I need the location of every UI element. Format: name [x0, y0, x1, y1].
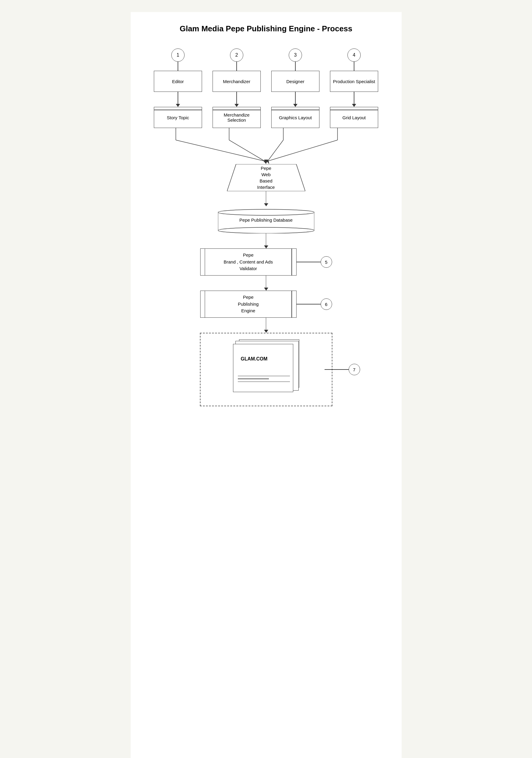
glam-section: GLAM.COM 7 [149, 333, 383, 406]
engine-right-line [291, 291, 292, 317]
engine-to-output-connector [264, 318, 268, 333]
actor-1-line-top [178, 62, 178, 71]
actor-4-arrow [352, 104, 356, 107]
actor-production: 4 Production Specialist Grid Layout [327, 49, 381, 128]
actor-2-output: Merchandize Selection [213, 107, 261, 128]
db-to-validator-vline [266, 233, 266, 245]
database-section: Pepe Publishing Database [149, 206, 383, 249]
actor-1-circle: 1 [171, 49, 184, 62]
interface-label: Pepe Web Based Interface [257, 165, 275, 190]
actor-2-output-topline [213, 110, 260, 110]
validator-section: PepeBrand , Content and AdsValidator 5 [149, 249, 383, 291]
page: Glam Media Pepe Publishing Engine - Proc… [131, 12, 402, 758]
database-label: Pepe Publishing Database [239, 218, 293, 223]
glam-line-3 [238, 382, 290, 382]
actor-3-box: Designer [271, 71, 319, 92]
actor-3-connector [293, 92, 297, 107]
actor-designer: 3 Designer Graphics Layout [268, 49, 322, 128]
actor-4-line-top [354, 62, 354, 71]
actor-3-output-topline [272, 110, 319, 110]
glam-line-2 [238, 379, 269, 379]
interface-to-db-arrow [264, 203, 268, 206]
engine-to-output-arrow [264, 330, 268, 333]
actor-3-arrow [293, 104, 297, 107]
validator-to-engine-vline [266, 276, 266, 288]
glam-line-1 [238, 376, 290, 376]
actor-4-box: Production Specialist [330, 71, 378, 92]
actor-editor: 1 Editor Story Topic [151, 49, 205, 128]
engine-number: 6 [321, 298, 332, 310]
actors-row: 1 Editor Story Topic 2 Mer [149, 49, 383, 128]
glam-stack: GLAM.COM [230, 339, 302, 399]
svg-point-15 [218, 227, 314, 233]
svg-line-5 [268, 140, 283, 161]
actor-1-box: Editor [154, 71, 202, 92]
actor-4-output: Grid Layout [330, 107, 378, 128]
database-cylinder: Pepe Publishing Database [218, 206, 314, 233]
validator-to-engine-arrow [264, 288, 268, 291]
actor-2-circle: 2 [230, 49, 243, 62]
actor-4-output-topline [330, 110, 378, 110]
validator-right-line [291, 249, 292, 275]
engine-row: PepePublishingEngine 6 [200, 291, 332, 318]
actor-4-circle: 4 [348, 49, 361, 62]
svg-point-16 [218, 209, 314, 215]
actor-3-output: Graphics Layout [271, 107, 319, 128]
actor-1-connector [176, 92, 180, 107]
engine-section: PepePublishingEngine 6 [149, 291, 383, 333]
actor-merchandizer: 2 Merchandizer Merchandize Selection [210, 49, 264, 128]
interface-to-db-vline [266, 191, 266, 203]
actor-3-circle: 3 [289, 49, 302, 62]
actor-2-line-top [236, 62, 237, 71]
glam-side-line [324, 369, 349, 370]
convergence-section [149, 128, 383, 164]
validator-box: PepeBrand , Content and AdsValidator [200, 249, 297, 276]
engine-label: PepePublishingEngine [238, 294, 259, 314]
engine-box: PepePublishingEngine [200, 291, 297, 318]
convergence-svg [149, 128, 383, 164]
actor-2-arrow [235, 104, 239, 107]
svg-line-1 [176, 140, 265, 161]
actor-3-line-top [295, 62, 296, 71]
validator-side-line [297, 262, 321, 262]
actor-1-arrow [176, 104, 180, 107]
glam-lines [238, 376, 290, 385]
interface-to-db-connector [264, 191, 268, 206]
page-title: Glam Media Pepe Publishing Engine - Proc… [149, 24, 383, 33]
interface-trapezoid: Pepe Web Based Interface [227, 164, 305, 191]
glam-page-front: GLAM.COM [233, 344, 293, 392]
db-to-validator-connector [264, 233, 268, 249]
validator-label: PepeBrand , Content and AdsValidator [224, 252, 273, 272]
db-to-validator-arrow [264, 245, 268, 249]
engine-left-line [205, 291, 205, 317]
diagram: 1 Editor Story Topic 2 Mer [149, 49, 383, 406]
svg-line-7 [268, 140, 338, 161]
actor-2-vline [236, 92, 237, 104]
actor-4-vline [354, 92, 354, 104]
glam-dashed-container: GLAM.COM [200, 333, 332, 406]
actor-2-connector [235, 92, 239, 107]
glam-label: GLAM.COM [241, 356, 268, 362]
validator-row: PepeBrand , Content and AdsValidator 5 [200, 249, 332, 276]
engine-side-line [297, 304, 321, 304]
interface-section: Pepe Web Based Interface [149, 164, 383, 206]
validator-to-engine-connector [264, 276, 268, 291]
glam-number: 7 [349, 364, 360, 375]
actor-3-vline [295, 92, 296, 104]
actor-2-box: Merchandizer [213, 71, 261, 92]
actor-1-output-topline [154, 110, 202, 110]
actor-1-vline [178, 92, 178, 104]
actor-1-output: Story Topic [154, 107, 202, 128]
validator-number: 5 [321, 256, 332, 268]
svg-line-3 [229, 140, 265, 161]
validator-left-line [205, 249, 205, 275]
actor-4-connector [352, 92, 356, 107]
engine-to-output-vline [266, 318, 266, 330]
